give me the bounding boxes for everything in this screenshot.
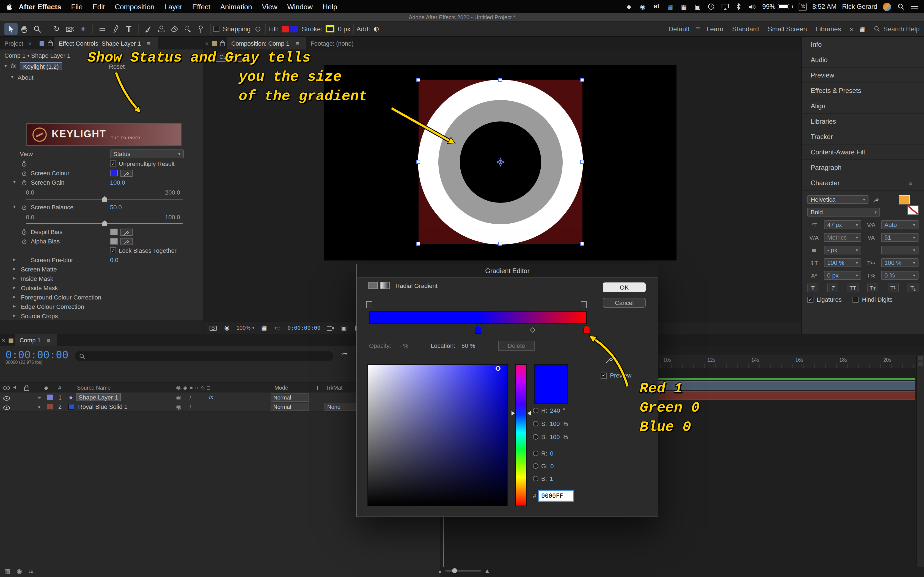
- layer-label-color[interactable]: [47, 404, 53, 409]
- opacity-stop-right[interactable]: [581, 301, 587, 308]
- selection-handle[interactable]: [416, 78, 420, 82]
- twirl-closed-icon[interactable]: [13, 303, 16, 309]
- snapshot-icon[interactable]: [209, 324, 217, 332]
- color-stop-blue-selected[interactable]: [475, 325, 481, 334]
- type-tool-icon[interactable]: T: [122, 23, 135, 35]
- screen-matte-row[interactable]: Screen Matte: [0, 265, 203, 274]
- text-stroke-swatch[interactable]: [908, 206, 919, 215]
- panel-item-paragraph[interactable]: Paragraph: [802, 160, 924, 175]
- selection-tool-icon[interactable]: [5, 23, 18, 35]
- user-avatar[interactable]: [883, 2, 891, 11]
- twirl-closed-icon[interactable]: [13, 256, 16, 262]
- gradient-bar[interactable]: [369, 311, 587, 324]
- stopwatch-icon[interactable]: [20, 169, 28, 177]
- opacity-value[interactable]: - %: [399, 342, 409, 349]
- solid-type-button[interactable]: [368, 282, 378, 289]
- zoom-tool-icon[interactable]: [31, 23, 44, 35]
- saturation-radio[interactable]: [533, 421, 538, 426]
- current-timecode[interactable]: 0:00:00:00: [5, 350, 68, 360]
- notification-center-icon[interactable]: [910, 2, 919, 11]
- vertical-scale-dropdown[interactable]: 100 %: [824, 258, 861, 267]
- region-of-interest-icon[interactable]: ▭: [274, 324, 282, 332]
- add-shape-icon[interactable]: ◐: [372, 25, 381, 33]
- show-channel-icon[interactable]: ◉: [223, 324, 231, 332]
- clock-status-icon[interactable]: [707, 2, 716, 11]
- delete-stop-button[interactable]: Delete: [498, 341, 535, 351]
- layer-label-color[interactable]: [47, 395, 53, 400]
- layer-name[interactable]: Shape Layer 1: [76, 393, 121, 401]
- extra-dropdown[interactable]: [881, 246, 919, 255]
- stopwatch-icon[interactable]: [20, 237, 28, 246]
- layer-switches[interactable]: ◉ /: [176, 403, 194, 411]
- panel-item-content-aware-fill[interactable]: Content-Aware Fill: [802, 145, 924, 160]
- lock-icon[interactable]: [46, 39, 54, 47]
- apple-menu-icon[interactable]: [5, 2, 14, 11]
- workspace-menu-icon[interactable]: ≡: [694, 25, 702, 33]
- metrics-dropdown[interactable]: Metrics: [824, 233, 861, 242]
- twirl-open-icon[interactable]: [13, 179, 16, 185]
- despill-bias-swatch[interactable]: [110, 229, 118, 235]
- strip-timecode[interactable]: 0:00:00:00: [288, 325, 320, 331]
- dropbox-icon[interactable]: ◆: [625, 2, 633, 11]
- airplay-icon[interactable]: [721, 2, 729, 11]
- hue-value[interactable]: 240: [550, 407, 560, 414]
- horizontal-scale-dropdown[interactable]: 100 %: [881, 258, 919, 267]
- expand-layer-switches-icon[interactable]: ▦: [5, 568, 10, 575]
- panel-menu-icon[interactable]: ≡: [44, 337, 53, 343]
- tracking-dropdown[interactable]: 51: [881, 233, 919, 242]
- panel-item-effects-presets[interactable]: Effects & Presets: [802, 83, 924, 98]
- selection-handle[interactable]: [580, 242, 584, 246]
- ligatures-checkbox[interactable]: [808, 297, 813, 303]
- alpha-bias-swatch[interactable]: [110, 238, 118, 245]
- baseline-shift-dropdown[interactable]: 0 px: [824, 271, 861, 280]
- color-stop-red[interactable]: [583, 325, 590, 334]
- tsume-dropdown[interactable]: 0 %: [881, 271, 919, 280]
- text-fill-swatch[interactable]: [899, 195, 910, 205]
- workspace-grid-icon[interactable]: ▦: [858, 25, 866, 33]
- close-icon[interactable]: ×: [27, 40, 34, 47]
- app-status-icon-1[interactable]: ▦: [666, 2, 674, 11]
- workspace-tab-learn[interactable]: Learn: [702, 25, 728, 33]
- menu-effect[interactable]: Effect: [187, 2, 215, 11]
- outside-mask-row[interactable]: Outside Mask: [0, 284, 203, 293]
- eye-icon[interactable]: [3, 395, 10, 402]
- menu-window[interactable]: Window: [282, 2, 318, 11]
- workspace-tab-small-screen[interactable]: Small Screen: [763, 25, 811, 33]
- twirl-closed-icon[interactable]: [39, 395, 41, 400]
- twirl-open-icon[interactable]: [11, 74, 13, 80]
- stroke-width-value[interactable]: 0 px: [338, 25, 351, 33]
- midpoint-diamond[interactable]: [530, 327, 535, 333]
- layer-name[interactable]: Royal Blue Solid 1: [78, 403, 128, 410]
- faux-bold-button[interactable]: T: [808, 284, 818, 292]
- close-icon[interactable]: ×: [204, 40, 210, 47]
- panel-item-align[interactable]: Align: [802, 98, 924, 114]
- screen-balance-value[interactable]: 50.0: [110, 204, 122, 211]
- puppet-pin-tool-icon[interactable]: [194, 23, 207, 35]
- timeline-search-field[interactable]: [75, 351, 334, 361]
- menu-layer[interactable]: Layer: [160, 2, 187, 11]
- brightness-radio[interactable]: [533, 434, 538, 440]
- rotation-tool-icon[interactable]: ↻: [50, 23, 63, 35]
- shape-tool-icon[interactable]: ▭: [96, 23, 109, 35]
- twirl-closed-icon[interactable]: [13, 266, 16, 271]
- twirl-closed-icon[interactable]: [13, 275, 16, 281]
- red-value[interactable]: 0: [550, 450, 553, 457]
- preview-checkbox[interactable]: [601, 372, 607, 378]
- leading-dropdown[interactable]: - px: [824, 246, 861, 255]
- text-color-swatches[interactable]: [899, 195, 919, 215]
- all-caps-button[interactable]: TT: [848, 284, 859, 292]
- dialog-titlebar[interactable]: Gradient Editor: [357, 264, 658, 277]
- selection-handle[interactable]: [416, 242, 420, 246]
- panel-item-tracker[interactable]: Tracker: [802, 129, 924, 145]
- twirl-closed-icon[interactable]: [13, 285, 16, 290]
- slider-handle[interactable]: [102, 220, 107, 226]
- menu-view[interactable]: View: [257, 2, 283, 11]
- zoom-slider-track[interactable]: [446, 571, 481, 572]
- eyedropper-icon[interactable]: [606, 355, 614, 366]
- zoom-slider-handle[interactable]: [452, 568, 457, 573]
- eye-icon[interactable]: [3, 405, 10, 411]
- twirl-open-icon[interactable]: [5, 63, 7, 69]
- composition-mini-flowchart-icon[interactable]: ⊶: [340, 350, 349, 358]
- grid-guides-icon[interactable]: ▦: [260, 324, 268, 332]
- unpremultiply-checkbox[interactable]: [110, 160, 116, 166]
